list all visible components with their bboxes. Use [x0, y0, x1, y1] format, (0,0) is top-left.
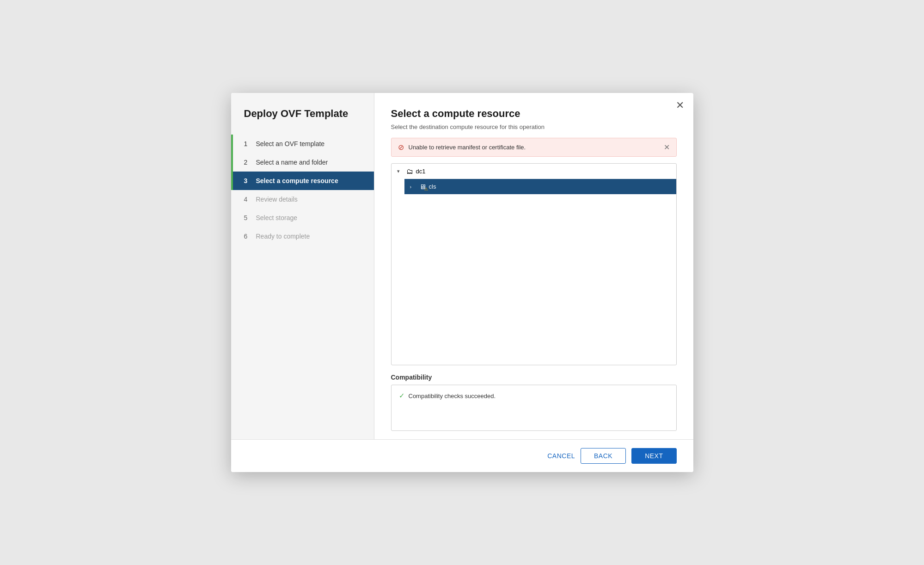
- main-subtitle: Select the destination compute resource …: [391, 123, 677, 130]
- error-close-button[interactable]: ✕: [664, 143, 670, 152]
- dc1-expand-icon: ▾: [397, 168, 404, 174]
- step-5-label: Select storage: [256, 214, 298, 221]
- step-1-label: Select an OVF template: [256, 140, 325, 147]
- next-button[interactable]: NEXT: [631, 448, 676, 464]
- tree-node-cls: › 🖥 ⚠ cls: [404, 179, 676, 194]
- dc1-children: › 🖥 ⚠ cls: [392, 179, 676, 194]
- step-5: 5 Select storage: [231, 209, 374, 227]
- resource-tree[interactable]: ▾ 🗂 dc1 › 🖥 ⚠ cls: [391, 163, 677, 365]
- step-2[interactable]: 2 Select a name and folder: [231, 153, 374, 172]
- step-4-number: 4: [244, 196, 251, 203]
- cls-expand-icon: ›: [410, 184, 417, 190]
- modal-footer: CANCEL BACK NEXT: [231, 439, 693, 472]
- modal-body: Deploy OVF Template 1 Select an OVF temp…: [231, 93, 693, 439]
- compatibility-success: ✓ Compatibility checks succeeded.: [399, 392, 669, 400]
- error-banner: ⊘ Unable to retrieve manifest or certifi…: [391, 138, 677, 157]
- compatibility-text: Compatibility checks succeeded.: [409, 393, 496, 399]
- back-button[interactable]: BACK: [581, 448, 626, 464]
- step-4: 4 Review details: [231, 190, 374, 209]
- tree-node-dc1: ▾ 🗂 dc1 › 🖥 ⚠ cls: [392, 164, 676, 194]
- step-6-label: Ready to complete: [256, 233, 310, 240]
- step-6: 6 Ready to complete: [231, 227, 374, 246]
- main-title: Select a compute resource: [391, 108, 677, 120]
- step-2-label: Select a name and folder: [256, 159, 328, 166]
- tree-row-cls[interactable]: › 🖥 ⚠ cls: [404, 179, 676, 194]
- step-1-number: 1: [244, 140, 251, 147]
- datacenter-icon: 🗂: [406, 167, 413, 175]
- step-3-label: Select a compute resource: [256, 177, 338, 184]
- error-icon: ⊘: [398, 143, 404, 152]
- step-1[interactable]: 1 Select an OVF template: [231, 135, 374, 153]
- step-3-number: 3: [244, 177, 251, 184]
- sidebar-title: Deploy OVF Template: [231, 108, 374, 135]
- tree-row-dc1[interactable]: ▾ 🗂 dc1: [392, 164, 676, 179]
- step-4-label: Review details: [256, 196, 298, 203]
- compatibility-label: Compatibility: [391, 374, 677, 381]
- check-icon: ✓: [399, 392, 405, 400]
- warning-badge-icon: ⚠: [424, 187, 428, 191]
- deploy-ovf-modal: Deploy OVF Template 1 Select an OVF temp…: [231, 93, 693, 472]
- dc1-label: dc1: [416, 168, 426, 175]
- sidebar: Deploy OVF Template 1 Select an OVF temp…: [231, 93, 374, 439]
- compatibility-box: ✓ Compatibility checks succeeded.: [391, 385, 677, 431]
- error-text: Unable to retrieve manifest or certifica…: [409, 144, 659, 151]
- step-6-number: 6: [244, 233, 251, 240]
- main-content: ✕ Select a compute resource Select the d…: [374, 93, 693, 439]
- step-5-number: 5: [244, 214, 251, 221]
- cls-label: cls: [429, 183, 436, 190]
- close-button[interactable]: ✕: [676, 100, 684, 111]
- step-2-number: 2: [244, 159, 251, 166]
- cancel-button[interactable]: CANCEL: [547, 452, 575, 460]
- cluster-icon: 🖥 ⚠: [419, 183, 426, 190]
- step-3: 3 Select a compute resource: [231, 172, 374, 190]
